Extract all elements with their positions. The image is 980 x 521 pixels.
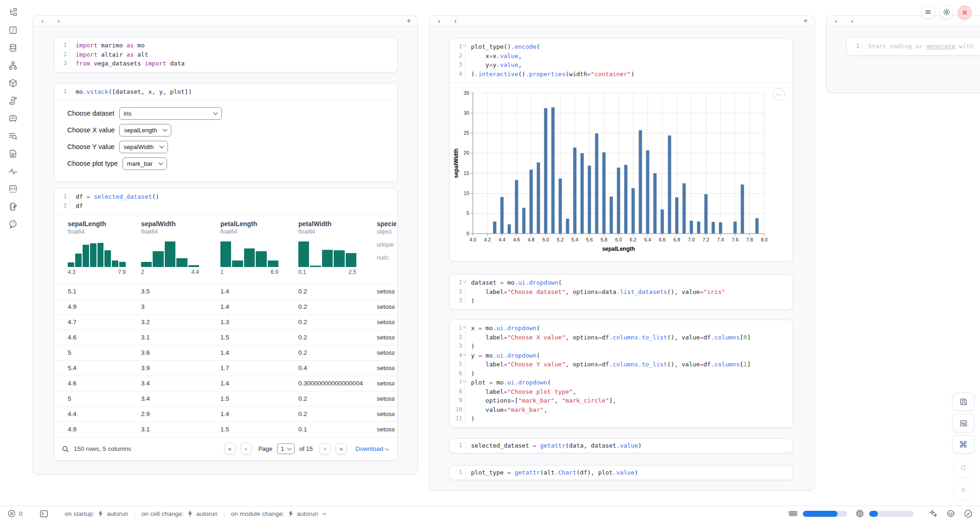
dropdown-select-choose-plot-type[interactable]: mark_bar [122,157,167,170]
menu-button[interactable] [921,5,935,19]
column-histogram [141,241,199,267]
back-arrow[interactable]: ‹ [436,17,442,24]
svg-text:30: 30 [464,110,469,116]
chevron-down-icon [160,143,164,148]
code-line: 2import altair as alt [54,50,397,59]
y-axis-title: sepalWidth [453,149,459,178]
svg-text:7.6: 7.6 [732,237,739,242]
chart-actions-button[interactable]: ⋯ [773,88,785,101]
column-header[interactable]: sepalLengthfloat644.37.9 [68,220,137,275]
settings-button[interactable] [940,5,954,19]
forward-arrow[interactable]: › [452,17,458,24]
table-row: 53.41.50.2setosa [54,391,397,406]
middle-notebook-panel: ‹ › + 1plot_type().encode(2 x=x.value,3 … [429,15,815,491]
bar-chart[interactable]: 4.04.24.44.64.85.05.25.45.65.86.06.26.46… [452,86,784,257]
table-row: 5.13.51.40.2setosa [54,284,397,299]
add-cell-button[interactable]: + [406,16,411,26]
panel-logs-icon[interactable] [8,96,18,106]
dropdown-select-choose-y-value[interactable]: sepalWidth [119,141,168,153]
panel-package-icon[interactable] [8,78,18,88]
panel-database-icon[interactable] [8,43,18,53]
error-indicator[interactable]: 0 [7,509,23,518]
connection-status-button[interactable] [964,509,973,518]
cell-imports[interactable]: 1import marimo as mo2import altair as al… [54,37,398,72]
layout-button[interactable] [952,414,974,432]
code-line: 3) [450,342,793,351]
forward-arrow[interactable]: › [849,17,855,24]
chevron-down-icon [158,160,163,165]
right-notebook-panel: ‹ › 1 Start coding or generate with [826,15,980,93]
cell-empty-editor[interactable]: 1 Start coding or generate with [846,37,980,56]
first-page-button[interactable]: « [224,443,236,455]
panel-scratchpad-icon[interactable] [8,202,18,212]
panel-tracing-icon[interactable] [8,166,18,176]
next-page-button[interactable]: › [319,443,331,455]
code-line: 3) [450,296,793,306]
keyboard-shortcuts-button[interactable]: ⌘ [952,435,974,454]
column-header[interactable]: speciesobjectunique:nulls: [377,220,396,261]
code-line: 2df [54,202,397,211]
table-row: 53.61.40.2setosa [54,345,397,360]
cpu-meter [869,511,914,517]
cell-plot-type[interactable]: 1plot_type = getattr(alt.Chart(df), plot… [449,465,793,480]
panel-function-icon[interactable]: ƒ [8,25,18,35]
cell-plot[interactable]: 1plot_type().encode(2 x=x.value,3 y=y.va… [449,38,793,261]
dropdown-label: Choose plot type [67,160,118,167]
status-bar: 0 on startup:autorunon cell change:autor… [0,506,980,521]
altair-chart-output[interactable]: 4.04.24.44.64.85.05.25.45.65.86.06.26.46… [450,83,793,261]
save-button[interactable] [952,392,974,411]
prev-page-button[interactable]: ‹ [240,443,252,455]
dropdown-select-choose-x-value[interactable]: sepalLength [119,124,171,137]
cell-dataset-dropdown[interactable]: 1dataset = mo.ui.dropdown(2 label="Choos… [449,274,793,310]
panel-documentation-icon[interactable] [8,149,18,159]
run-mode-1[interactable]: on cell change:autorun [142,510,218,517]
x-axis-title: sepalLength [602,246,635,252]
run-mode-0[interactable]: on startup:autorun [65,510,129,517]
run-button[interactable] [953,480,974,500]
close-panel-button[interactable] [958,6,972,20]
ram-usage [788,509,849,518]
svg-text:6.0: 6.0 [615,237,622,242]
generate-link[interactable]: generate [926,43,955,50]
stop-button[interactable] [953,457,974,478]
panel-file-tree-icon[interactable] [8,7,18,18]
cell-selected-dataset[interactable]: 1selected_dataset = getattr(data, datase… [449,438,793,453]
dropdown-select-choose-dataset[interactable]: iris [119,107,222,120]
last-page-button[interactable]: » [335,443,347,455]
svg-text:35: 35 [464,90,469,96]
panel-snippets-icon[interactable] [8,184,18,194]
code-line: 1selected_dataset = getattr(data, datase… [450,441,793,450]
column-histogram [298,241,356,267]
column-header[interactable]: sepalWidthfloat6424.4 [141,220,211,275]
back-arrow[interactable]: ‹ [39,17,45,24]
code-line: 1plot_type().encode( [450,42,793,52]
table-row: 5.43.91.70.4setosa [54,360,397,376]
column-header[interactable]: petalLengthfloat6416.9 [220,220,290,275]
panel-help-icon[interactable]: ? [8,219,18,229]
page-select[interactable]: 1 [277,443,295,454]
dataframe-table: sepalLengthfloat644.37.9sepalWidthfloat6… [54,215,397,460]
panel-chat-icon[interactable] [8,113,18,124]
cpu-usage [856,509,916,518]
column-header[interactable]: petalWidthfloat640.12.5 [298,220,368,275]
code-line: 2 x=x.value, [450,52,793,61]
cell-vstack[interactable]: 1mo.vstack([dataset, x, y, plot]) Choose… [54,83,398,182]
forward-arrow[interactable]: › [56,17,62,24]
page-label: Page [258,445,272,452]
panel-dependency-graph-icon[interactable] [8,60,18,71]
cell-dataframe[interactable]: 1df = selected_dataset()2df sepalLengthf… [54,188,398,461]
download-button[interactable]: Download [355,445,389,452]
hamburger-icon [925,9,931,15]
ai-sparkles-button[interactable] [928,509,938,518]
search-icon[interactable] [62,445,69,453]
back-arrow[interactable]: ‹ [833,17,839,24]
run-mode-2[interactable]: on module change:autorun [231,510,326,517]
dropdown-label: Choose X value [67,126,115,134]
terminal-button[interactable] [39,509,48,518]
ai-assistant-button[interactable] [946,509,955,518]
close-icon [962,10,967,15]
cell-xy-plot-dropdowns[interactable]: 1x = mo.ui.dropdown(2 label="Choose X va… [449,319,793,428]
add-cell-button[interactable]: + [803,16,808,26]
code-line: 2 label="Choose X value", options=df.col… [450,333,793,342]
panel-search-docs-icon[interactable] [8,131,18,141]
